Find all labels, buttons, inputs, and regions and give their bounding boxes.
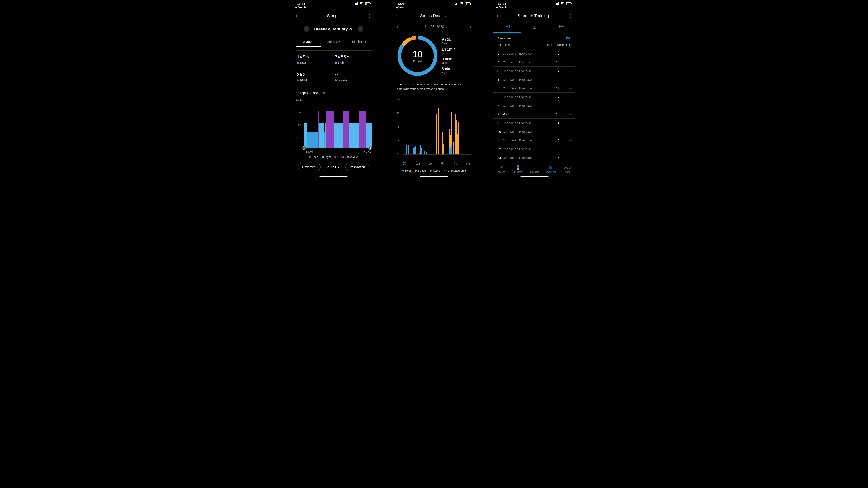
sleep-start-icon: z <box>303 146 306 150</box>
weight-value: -- <box>559 52 571 55</box>
reps-value: 15 <box>549 113 559 116</box>
breadcrumb[interactable]: ◀ Search <box>292 5 375 10</box>
exercise-row[interactable]: 10 Choose an Exercise 10 -- <box>493 127 576 136</box>
nav-calendar[interactable]: 31 Calendar <box>526 165 543 173</box>
nav-myday[interactable]: ✓ My Day <box>493 165 510 173</box>
back-button[interactable]: ‹ <box>396 12 398 19</box>
title-bar: ‹ Sleep ⋮ <box>292 10 375 22</box>
tab-notes-icon[interactable] <box>521 22 548 33</box>
stress-breakdown: 9h 25min Rest 1h 2min Low 33min Med 5min… <box>442 37 458 74</box>
exercise-row[interactable]: 9 Choose an Exercise 4 -- <box>493 119 576 127</box>
chip-respiration[interactable]: Respiration <box>345 163 369 171</box>
stage-grid: 1h9m Deep 3h53m Light 2h21m REM -- Awake <box>292 47 375 89</box>
signal-icon <box>556 2 559 5</box>
date-label: Jan 28, 2020 <box>398 25 470 29</box>
weight-value: -- <box>559 113 571 116</box>
chip-movement[interactable]: Movement <box>298 163 320 171</box>
row-number: 1 <box>497 52 503 55</box>
exercise-row[interactable]: 4 Choose an Exercise 10 -- <box>493 75 576 84</box>
status-bar: 12:43 <box>292 0 375 5</box>
exercise-row[interactable]: 3 Choose an Exercise 7 -- <box>493 66 576 75</box>
row-number: 12 <box>497 147 503 151</box>
tab-hr-icon[interactable] <box>548 22 576 33</box>
next-day-button[interactable]: › <box>470 25 471 29</box>
tab-stages[interactable]: Stages <box>296 37 321 47</box>
legend: Rest Stress Active Unmeasurable <box>393 166 475 175</box>
reps-value: 10 <box>549 60 559 64</box>
stage-awake: -- Awake <box>334 68 372 86</box>
row-number: 10 <box>497 130 503 133</box>
stress-med: 33min Med <box>442 57 458 64</box>
screen-sleep: 12:43 ◀ Search ‹ Sleep ⋮ ‹ Tuesday, Janu… <box>292 0 375 178</box>
row-number: 3 <box>497 69 503 73</box>
home-indicator[interactable] <box>420 176 448 177</box>
status-bar: 12:43 <box>493 0 576 5</box>
exercise-row[interactable]: 5 Choose an Exercise 12 -- <box>493 84 576 92</box>
next-day-button[interactable]: › <box>358 26 364 32</box>
edit-button[interactable]: Edit <box>566 36 571 40</box>
title-bar: ‹ Strength Training ⋮ <box>493 10 576 22</box>
stage-light: 3h53m Light <box>334 50 372 68</box>
exercise-row[interactable]: 11 Choose an Exercise 5 -- <box>493 136 576 145</box>
donut-area: 10 Overall 9h 25min Rest 1h 2min Low 33m… <box>393 32 475 80</box>
exercise-name: Row <box>503 113 549 116</box>
exercise-row[interactable]: 6 Choose an Exercise 17 -- <box>493 92 576 101</box>
svg-rect-0 <box>505 25 509 28</box>
breadcrumb[interactable]: ◀ Search <box>493 5 576 10</box>
menu-icon[interactable]: ⋮ <box>468 13 472 19</box>
chart-plot-area <box>403 100 471 155</box>
exercise-row[interactable]: 1 Choose an Exercise 9 -- <box>493 49 576 58</box>
weight-value: -- <box>559 121 571 125</box>
weight-value: -- <box>559 130 571 133</box>
date-label: Tuesday, January 28 <box>314 27 353 31</box>
dot-icon <box>335 62 337 64</box>
nav-more[interactable]: ○○○ More <box>559 165 576 173</box>
stress-high: 5min High <box>442 67 458 74</box>
weight-value: -- <box>559 69 571 73</box>
exercises-header: Exercises Edit <box>493 33 576 42</box>
x-axis: 12 AM4 AM 8 AM12 PM 4 PM8 PM <box>393 156 475 166</box>
prev-day-button[interactable]: ‹ <box>304 26 309 32</box>
home-indicator[interactable] <box>520 176 549 177</box>
tab-respiration[interactable]: Respiration <box>346 37 372 47</box>
tab-summary-icon[interactable] <box>493 22 521 33</box>
exercise-row[interactable]: 13 Choose an Exercise 16 -- <box>493 153 576 162</box>
back-button[interactable]: ‹ <box>296 12 298 19</box>
weight-value: -- <box>559 147 571 151</box>
stress-chart: 100 75 50 25 0 <box>397 98 471 155</box>
laurel-icon: 🏅 <box>516 165 521 170</box>
exercise-row[interactable]: 7 Choose an Exercise 9 -- <box>493 101 576 110</box>
row-number: 7 <box>497 104 503 108</box>
weight-value: -- <box>559 78 571 81</box>
menu-icon[interactable]: ⋮ <box>367 13 372 19</box>
home-indicator[interactable] <box>319 176 348 177</box>
exercise-name: Choose an Exercise <box>503 104 549 108</box>
reps-value: 4 <box>549 121 559 125</box>
breadcrumb[interactable]: ◀ Search <box>393 5 475 10</box>
tab-pulseox[interactable]: Pulse Ox <box>321 37 346 47</box>
back-button[interactable]: ‹ <box>496 12 498 19</box>
menu-icon[interactable]: ⋮ <box>568 13 572 19</box>
exercises-label: Exercises <box>497 36 512 40</box>
chip-pulseox[interactable]: Pulse Ox <box>323 163 343 171</box>
weight-value: -- <box>559 156 571 159</box>
exercise-name: Choose an Exercise <box>503 130 549 133</box>
exercise-row[interactable]: 2 Choose an Exercise 10 -- <box>493 58 576 66</box>
status-right <box>556 2 571 5</box>
x-axis: 1:00 AM 8:23 AM <box>304 151 372 153</box>
timeline-title: Stages Timeline <box>292 89 375 97</box>
reps-value: 16 <box>549 156 559 159</box>
weight-value: -- <box>559 139 571 142</box>
exercise-row[interactable]: 8 Row 15 -- <box>493 110 576 119</box>
exercise-name: Choose an Exercise <box>503 121 549 125</box>
status-time: 12:44 <box>397 2 406 5</box>
battery-icon <box>566 2 571 5</box>
nav-newsfeed[interactable]: News Feed <box>543 165 559 173</box>
column-headers: Set/Name Reps Weight (lbs) <box>493 42 576 49</box>
nav-challenges[interactable]: 🏅 Challenges <box>510 165 526 173</box>
stage-rem: 2h21m REM <box>296 68 334 86</box>
reps-value: 9 <box>549 104 559 108</box>
battery-icon <box>365 2 370 5</box>
exercise-row[interactable]: 12 Choose an Exercise 6 -- <box>493 145 576 153</box>
row-number: 4 <box>497 78 503 81</box>
